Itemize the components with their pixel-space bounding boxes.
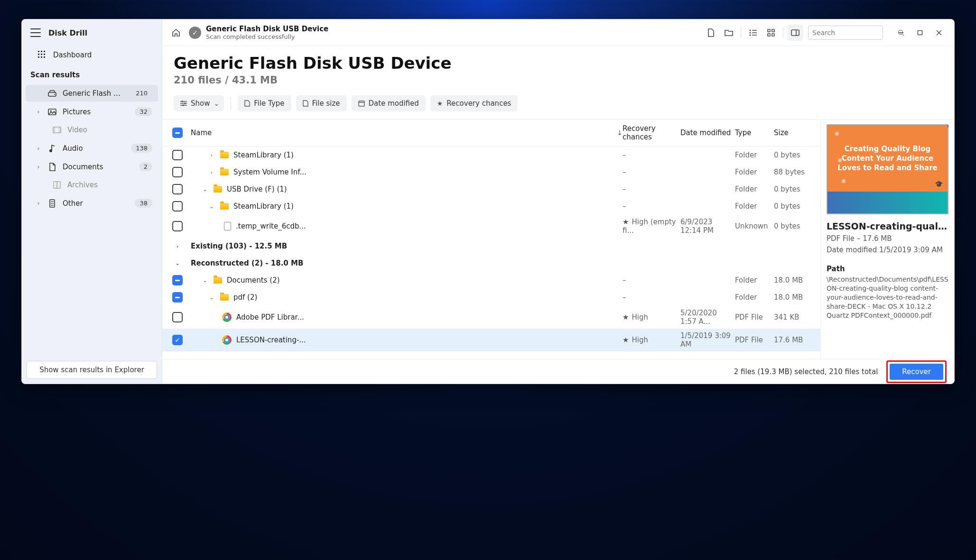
table-row[interactable]: ›SteamLibrary (1) – Folder 0 bytes — [162, 147, 820, 164]
svg-point-24 — [750, 32, 751, 33]
folder-icon — [220, 169, 229, 175]
search-box[interactable] — [808, 26, 883, 40]
chevron-down-icon[interactable]: ⌄ — [208, 294, 215, 301]
preview-path-header: Path — [827, 265, 948, 273]
sidebar-item-documents[interactable]: › Documents 2 — [26, 158, 158, 175]
row-checkbox[interactable] — [172, 292, 183, 303]
sidebar-item-other[interactable]: › Other 38 — [26, 195, 158, 211]
minimize-button[interactable] — [892, 23, 911, 42]
row-checkbox[interactable] — [172, 312, 183, 322]
cell-size: 88 bytes — [774, 168, 812, 176]
col-recovery[interactable]: Recovery chances — [623, 124, 680, 141]
sliders-icon — [180, 101, 187, 106]
col-label: Name — [191, 129, 212, 137]
cell-recovery: ★High — [623, 313, 680, 321]
star-icon: ★ — [623, 336, 629, 344]
document-icon — [303, 100, 308, 107]
col-size[interactable]: Size — [774, 129, 812, 137]
chevron-down-icon[interactable]: ⌄ — [201, 186, 209, 193]
col-type[interactable]: Type — [735, 129, 774, 137]
filter-bar: Show ⌄ File Type File size Date modified… — [162, 95, 954, 119]
table-row[interactable]: ✓ LESSON-creating-... ★High 1/5/2019 3:0… — [162, 329, 820, 351]
maximize-button[interactable] — [911, 23, 930, 42]
preview-date: Date modified 1/5/2019 3:09 AM — [827, 246, 948, 254]
archive-icon — [52, 181, 62, 189]
filter-filesize[interactable]: File size — [296, 95, 347, 111]
close-button[interactable] — [930, 23, 948, 42]
filter-recchance[interactable]: ★ Recovery chances — [430, 95, 518, 111]
footer-bar: 2 files (19.3 MB) selected, 210 files to… — [162, 359, 954, 384]
row-checkbox[interactable] — [172, 201, 183, 211]
row-checkbox[interactable] — [172, 184, 183, 194]
row-checkbox[interactable] — [172, 167, 183, 177]
grid-view-icon[interactable] — [763, 25, 779, 41]
svg-point-45 — [182, 104, 184, 106]
breadcrumb-subtitle: Scan completed successfully — [206, 33, 698, 40]
cell-type: Folder — [735, 276, 774, 285]
cell-recovery: – — [623, 151, 680, 159]
table-row[interactable]: Adobe PDF Librar... ★High 5/20/2020 1:57… — [162, 306, 820, 329]
show-in-explorer-button[interactable]: Show scan results in Explorer — [27, 361, 157, 379]
chevron-down-icon[interactable]: ⌄ — [208, 203, 215, 210]
col-date[interactable]: Date modified — [680, 129, 735, 137]
row-checkbox[interactable] — [172, 275, 183, 285]
sidebar-badge: 38 — [135, 199, 152, 208]
search-input[interactable] — [812, 29, 895, 37]
svg-rect-31 — [772, 34, 774, 36]
row-checkbox[interactable]: ✓ — [172, 335, 183, 345]
calendar-icon — [358, 100, 365, 107]
table-row[interactable]: .temp_write_6cdb... ★High (empty fi... 6… — [162, 215, 820, 238]
sidebar-item-video[interactable]: Video — [26, 122, 158, 138]
section-reconstructed[interactable]: ⌄ Reconstructed (2) - 18.0 MB — [162, 255, 820, 272]
chevron-down-icon[interactable]: ⌄ — [174, 260, 181, 266]
sidebar-item-archives[interactable]: Archives — [26, 177, 158, 193]
recover-button[interactable]: Recover — [890, 364, 943, 380]
svg-rect-5 — [44, 54, 45, 55]
chevron-down-icon[interactable]: ⌄ — [201, 277, 209, 284]
chevron-right-icon[interactable]: › — [174, 243, 181, 249]
select-all-checkbox[interactable] — [172, 128, 183, 138]
chevron-right-icon[interactable]: › — [208, 152, 215, 158]
svg-rect-37 — [918, 30, 922, 35]
sidebar-item-audio[interactable]: › Audio 138 — [26, 140, 158, 156]
preview-thumbnail: Creating Quality Blog Content Your Audie… — [827, 124, 948, 214]
panel-view-icon[interactable] — [787, 25, 803, 41]
window-controls — [892, 23, 948, 42]
filter-filetype[interactable]: File Type — [238, 95, 291, 111]
scan-status-icon: ✓ — [189, 27, 201, 39]
nav-dashboard[interactable]: Dashboard — [22, 46, 162, 64]
table-row[interactable]: ⌄SteamLibrary (1) – Folder 0 bytes — [162, 198, 820, 215]
sidebar-item-device[interactable]: Generic Flash Disk USB... 210 — [26, 85, 158, 101]
folder-icon[interactable] — [721, 25, 737, 41]
cell-type: Folder — [735, 185, 774, 193]
file-icon[interactable] — [703, 25, 719, 41]
section-existing[interactable]: › Existing (103) - 12.5 MB — [162, 238, 820, 255]
list-view-icon[interactable] — [745, 25, 761, 41]
file-list: Name↓ Recovery chances Date modified Typ… — [162, 119, 820, 359]
table-row[interactable]: ›System Volume Inf... – Folder 88 bytes — [162, 164, 820, 181]
sidebar-item-label: Documents — [63, 163, 133, 171]
cell-type: PDF File — [735, 313, 774, 321]
table-row[interactable]: ⌄USB Drive (F) (1) – Folder 0 bytes — [162, 181, 820, 198]
chevron-right-icon: › — [35, 145, 42, 152]
sidebar-item-pictures[interactable]: › Pictures 32 — [26, 103, 158, 120]
row-checkbox[interactable] — [172, 221, 183, 231]
svg-rect-30 — [768, 34, 770, 36]
home-icon[interactable] — [168, 25, 184, 41]
table-row[interactable]: ⌄pdf (2) – Folder 18.0 MB — [162, 289, 820, 306]
table-row[interactable]: ⌄Documents (2) – Folder 18.0 MB — [162, 272, 820, 289]
hamburger-icon[interactable] — [30, 28, 41, 37]
filter-datemod[interactable]: Date modified — [352, 95, 426, 111]
row-checkbox[interactable] — [172, 150, 183, 160]
sidebar-item-label: Generic Flash Disk USB... — [63, 89, 125, 98]
svg-rect-17 — [54, 182, 60, 188]
folder-icon — [220, 203, 229, 210]
preview-filename: LESSON-creating-quality... — [827, 221, 948, 231]
filter-label: Show — [191, 99, 210, 108]
filter-show[interactable]: Show ⌄ — [174, 95, 224, 111]
col-name[interactable]: Name↓ — [187, 129, 623, 137]
page-header: Generic Flash Disk USB Device 210 files … — [162, 46, 954, 95]
cell-recovery: ★High — [623, 336, 680, 344]
chevron-right-icon[interactable]: › — [208, 169, 215, 175]
sort-desc-icon: ↓ — [617, 129, 623, 137]
